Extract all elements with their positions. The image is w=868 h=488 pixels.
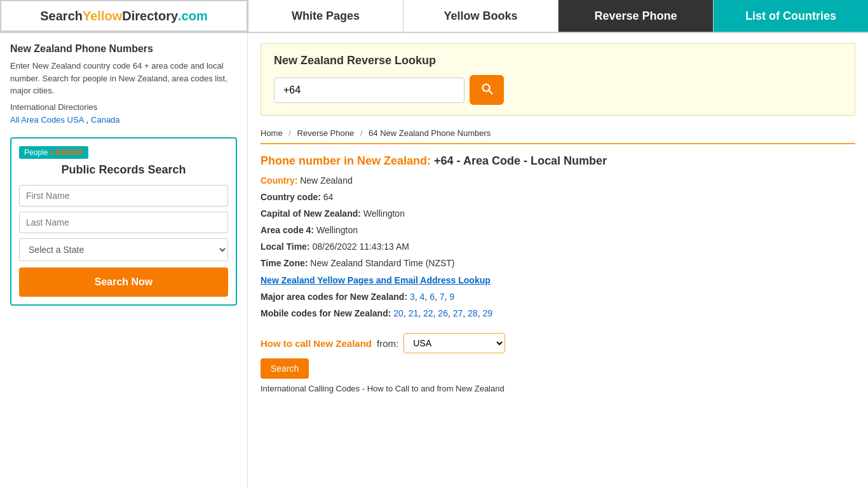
major-codes-label: Major area codes for New Zealand: (261, 292, 407, 302)
sidebar: New Zealand Phone Numbers Enter New Zeal… (0, 33, 248, 488)
main-layout: New Zealand Phone Numbers Enter New Zeal… (0, 33, 868, 488)
area-code-row: Area code 4: Wellington (261, 224, 855, 237)
people-looker-badge: People LOOKER (19, 146, 88, 159)
major-code-7[interactable]: 7 (440, 292, 445, 302)
breadcrumb-home[interactable]: Home (261, 128, 283, 138)
major-codes: 3, 4, 6, 7, 9 (410, 292, 454, 302)
call-country-select[interactable]: USAUKCanadaAustralia IndiaGermanyFranceJ… (403, 333, 505, 353)
call-row: How to call New Zealand from: USAUKCanad… (261, 333, 855, 353)
mobile-code-29[interactable]: 29 (482, 308, 492, 318)
nav-white-pages[interactable]: White Pages (248, 0, 403, 32)
call-section: How to call New Zealand from: USAUKCanad… (261, 333, 855, 393)
navbar: SearchYellowDirectory.com White Pages Ye… (0, 0, 868, 33)
call-from-label: from: (377, 338, 398, 349)
first-name-input[interactable] (19, 185, 228, 207)
sidebar-description: Enter New Zealand country code 64 + area… (10, 60, 237, 97)
nav-yellow-books[interactable]: Yellow Books (403, 0, 558, 32)
breadcrumb-sep2: / (360, 128, 363, 138)
major-code-6[interactable]: 6 (430, 292, 435, 302)
sidebar-link-canada[interactable]: Canada (91, 115, 120, 125)
sidebar-title: New Zealand Phone Numbers (10, 43, 237, 55)
main-content: New Zealand Reverse Lookup Home / Revers… (248, 33, 868, 488)
mobile-code-21[interactable]: 21 (409, 308, 419, 318)
yellow-pages-link[interactable]: New Zealand Yellow Pages and Email Addre… (261, 275, 855, 285)
reverse-lookup-input-row (274, 75, 842, 105)
reverse-lookup-box: New Zealand Reverse Lookup (261, 43, 855, 116)
people-widget: People LOOKER Public Records Search Sele… (10, 137, 237, 306)
people-search-button[interactable]: Search Now (19, 268, 228, 297)
timezone-row: Time Zone: New Zealand Standard Time (NZ… (261, 257, 855, 270)
state-select[interactable]: Select a State AlabamaAlaskaArizonaArkan… (19, 238, 228, 261)
country-value: New Zealand (300, 175, 353, 186)
phone-title: Phone number in New Zealand: +64 - Area … (261, 154, 855, 168)
logo-directory: Directory (122, 9, 178, 24)
call-intl-note: International Calling Codes - How to Cal… (261, 384, 855, 393)
mobile-codes-label: Mobile codes for New Zealand: (261, 308, 391, 318)
major-code-3[interactable]: 3 (410, 292, 415, 302)
breadcrumb-current: 64 New Zealand Phone Numbers (369, 128, 491, 138)
timezone-value: New Zealand Standard Time (NZST) (310, 258, 454, 268)
nav-list-of-countries[interactable]: List of Countries (713, 0, 868, 32)
badge-people: People (24, 148, 48, 157)
local-time-label: Local Time: (261, 241, 310, 252)
major-codes-row: Major area codes for New Zealand: 3, 4, … (261, 290, 855, 304)
mobile-code-28[interactable]: 28 (468, 308, 478, 318)
major-code-4[interactable]: 4 (420, 292, 425, 302)
info-section: Phone number in New Zealand: +64 - Area … (261, 154, 855, 320)
nav-reverse-phone[interactable]: Reverse Phone (558, 0, 713, 32)
country-code-value: 64 (323, 192, 334, 202)
site-logo[interactable]: SearchYellowDirectory.com (0, 0, 248, 32)
reverse-search-button[interactable] (470, 75, 504, 105)
country-row: Country: New Zealand (261, 174, 855, 187)
last-name-input[interactable] (19, 212, 228, 233)
area-code-value: Wellington (316, 225, 358, 235)
sidebar-link-usa[interactable]: All Area Codes USA (10, 115, 86, 125)
area-code-label: Area code 4: (261, 225, 314, 235)
logo-com: .com (178, 9, 208, 24)
reverse-lookup-title: New Zealand Reverse Lookup (274, 54, 842, 67)
mobile-code-22[interactable]: 22 (423, 308, 433, 318)
mobile-code-20[interactable]: 20 (393, 308, 403, 318)
country-code-row: Country code: 64 (261, 191, 855, 204)
mobile-code-26[interactable]: 26 (438, 308, 448, 318)
country-code-label: Country code: (261, 192, 321, 202)
mobile-codes: 20, 21, 22, 26, 27, 28, 29 (393, 308, 492, 318)
local-time-value: 08/26/2022 11:43:13 AM (312, 241, 409, 252)
breadcrumb: Home / Reverse Phone / 64 New Zealand Ph… (261, 128, 855, 144)
reverse-phone-input[interactable] (274, 78, 465, 103)
logo-yellow: Yellow (83, 9, 122, 24)
major-code-9[interactable]: 9 (449, 292, 454, 302)
call-search-button[interactable]: Search (261, 358, 309, 379)
local-time-row: Local Time: 08/26/2022 11:43:13 AM (261, 240, 855, 254)
mobile-code-27[interactable]: 27 (453, 308, 463, 318)
mobile-codes-row: Mobile codes for New Zealand: 20, 21, 22… (261, 307, 855, 320)
country-label: Country: (261, 175, 297, 186)
call-title: How to call New Zealand (261, 338, 372, 349)
badge-looker: LOOKER (50, 148, 83, 157)
phone-title-label: Phone number in New Zealand: (261, 154, 431, 167)
breadcrumb-reverse-phone[interactable]: Reverse Phone (297, 128, 355, 138)
widget-title: Public Records Search (19, 163, 228, 177)
sidebar-int-dir-label: International Directories (10, 102, 237, 112)
capital-row: Capital of New Zealand: Wellington (261, 207, 855, 220)
breadcrumb-sep1: / (288, 128, 291, 138)
phone-title-value: +64 - Area Code - Local Number (434, 154, 607, 167)
capital-value: Wellington (363, 208, 405, 219)
timezone-label: Time Zone: (261, 258, 308, 268)
logo-search: Search (40, 9, 83, 24)
capital-label: Capital of New Zealand: (261, 208, 361, 219)
search-icon (480, 81, 494, 95)
